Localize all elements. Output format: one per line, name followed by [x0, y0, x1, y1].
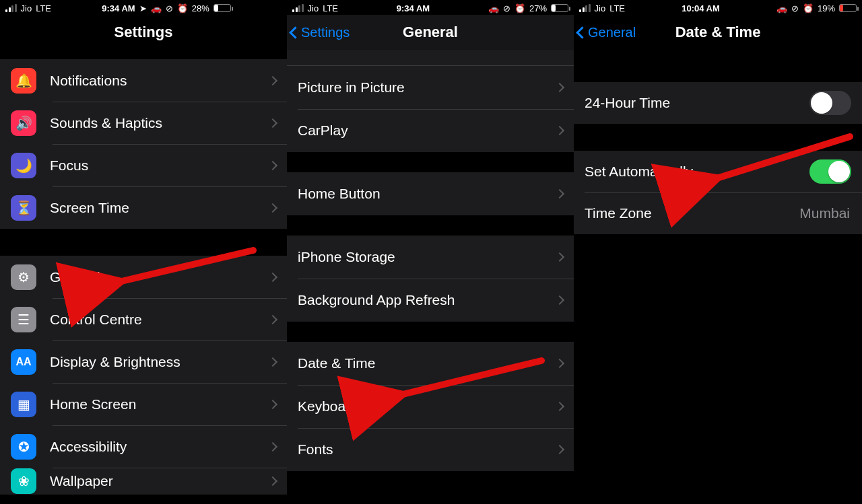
- chevron-right-icon: [555, 126, 564, 135]
- group-media: Picture in Picture CarPlay: [287, 66, 574, 152]
- row-label: Home Screen: [50, 396, 269, 412]
- panel-date-time: Jio LTE 10:04 AM 🚗 ⊘ ⏰ 19% General Date …: [574, 0, 862, 504]
- row-label: Notifications: [50, 73, 269, 89]
- cellular-bars-icon: [579, 4, 591, 12]
- chevron-right-icon: [268, 203, 277, 212]
- battery-icon: [839, 4, 857, 12]
- chevron-right-icon: [555, 295, 564, 305]
- row-control-centre[interactable]: ☰ Control Centre: [0, 298, 287, 340]
- row-wallpaper[interactable]: ❀ Wallpaper: [0, 468, 287, 495]
- chevron-right-icon: [555, 402, 564, 411]
- row-home-screen[interactable]: ▦ Home Screen: [0, 383, 287, 425]
- chevron-right-icon: [268, 272, 277, 281]
- chevron-right-icon: [268, 357, 277, 366]
- row-home-button[interactable]: Home Button: [287, 172, 574, 215]
- row-iphone-storage[interactable]: iPhone Storage: [287, 236, 574, 279]
- carrier-label: Jio: [308, 3, 319, 13]
- row-focus[interactable]: 🌙 Focus: [0, 144, 287, 186]
- orientation-lock-icon: ⊘: [791, 3, 799, 13]
- statusbar: Jio LTE 9:34 AM ➤ 🚗 ⊘ ⏰ 28%: [0, 0, 287, 15]
- text-size-icon: AA: [11, 349, 36, 375]
- row-label: Display & Brightness: [50, 354, 269, 370]
- page-title: Date & Time: [675, 24, 761, 41]
- battery-pct: 28%: [192, 3, 209, 13]
- moon-icon: 🌙: [11, 153, 36, 178]
- clock-label: 10:04 AM: [682, 3, 720, 13]
- orientation-lock-icon: ⊘: [166, 3, 173, 13]
- row-label: Home Button: [298, 186, 556, 202]
- time-zone-value: Mumbai: [799, 205, 850, 221]
- row-display[interactable]: AA Display & Brightness: [0, 340, 287, 383]
- statusbar: Jio LTE 10:04 AM 🚗 ⊘ ⏰ 19%: [574, 0, 862, 15]
- chevron-right-icon: [555, 83, 564, 92]
- chevron-right-icon: [555, 189, 564, 199]
- chevron-right-icon: [268, 399, 277, 408]
- battery-icon: [551, 4, 568, 12]
- row-fonts[interactable]: Fonts: [287, 428, 574, 471]
- panel-settings: Jio LTE 9:34 AM ➤ 🚗 ⊘ ⏰ 28% Settings 🔔 N…: [0, 0, 287, 504]
- navbar-settings: Settings: [0, 15, 287, 50]
- row-carplay[interactable]: CarPlay: [287, 109, 574, 152]
- speaker-icon: 🔊: [11, 110, 36, 136]
- group-24hour: 24-Hour Time: [574, 82, 862, 124]
- clock-label: 9:34 AM: [102, 3, 135, 13]
- chevron-right-icon: [268, 75, 277, 85]
- row-24-hour[interactable]: 24-Hour Time: [574, 82, 862, 124]
- row-label: 24-Hour Time: [585, 95, 809, 111]
- chevron-right-icon: [268, 160, 277, 170]
- row-label: Sounds & Haptics: [50, 115, 269, 131]
- statusbar: Jio LTE 9:34 AM 🚗 ⊘ ⏰ 27%: [287, 0, 574, 15]
- row-label: Accessibility: [50, 439, 269, 455]
- back-label: Settings: [301, 25, 350, 40]
- battery-pct: 19%: [818, 3, 835, 13]
- chevron-right-icon: [268, 476, 277, 486]
- row-label: Background App Refresh: [298, 292, 556, 308]
- page-title: General: [403, 24, 458, 41]
- svg-line-0: [116, 250, 253, 283]
- annotation-arrow-icon: [112, 249, 260, 296]
- battery-pct: 27%: [529, 3, 547, 13]
- network-label: LTE: [609, 3, 625, 13]
- row-notifications[interactable]: 🔔 Notifications: [0, 59, 287, 102]
- grid-icon: ▦: [11, 392, 36, 417]
- cellular-bars-icon: [5, 4, 17, 12]
- row-label: Focus: [50, 157, 269, 174]
- carrier-label: Jio: [595, 3, 606, 13]
- alarm-icon: ⏰: [515, 3, 525, 13]
- row-label: CarPlay: [298, 122, 556, 139]
- navbar-general: Settings General: [287, 15, 574, 50]
- bell-icon: 🔔: [11, 68, 36, 94]
- row-accessibility[interactable]: ✪ Accessibility: [0, 425, 287, 468]
- clock-label: 9:34 AM: [397, 3, 430, 13]
- row-label: Picture in Picture: [298, 79, 556, 96]
- network-label: LTE: [323, 3, 338, 13]
- group-storage: iPhone Storage Background App Refresh: [287, 236, 574, 322]
- row-label: Time Zone: [585, 205, 799, 221]
- group-homebutton: Home Button: [287, 172, 574, 215]
- row-time-zone[interactable]: Time Zone Mumbai: [574, 192, 862, 234]
- annotation-arrow-icon: [708, 133, 857, 186]
- chevron-left-icon: [289, 26, 301, 38]
- flower-icon: ❀: [11, 468, 36, 494]
- row-label: iPhone Storage: [298, 249, 556, 265]
- panel-general: Jio LTE 9:34 AM 🚗 ⊘ ⏰ 27% Settings Gener…: [287, 0, 574, 504]
- row-screentime[interactable]: ⏳ Screen Time: [0, 186, 287, 229]
- car-icon: 🚗: [151, 3, 162, 13]
- back-label: General: [588, 25, 636, 40]
- back-button[interactable]: General: [578, 15, 636, 50]
- chevron-right-icon: [268, 314, 277, 324]
- row-picture-in-picture[interactable]: Picture in Picture: [287, 66, 574, 109]
- back-button[interactable]: Settings: [291, 15, 350, 50]
- row-sounds[interactable]: 🔊 Sounds & Haptics: [0, 102, 287, 144]
- row-background-app-refresh[interactable]: Background App Refresh: [287, 279, 574, 322]
- hourglass-icon: ⏳: [11, 195, 36, 221]
- alarm-icon: ⏰: [803, 3, 814, 13]
- annotation-arrow-icon: [393, 357, 548, 404]
- alarm-icon: ⏰: [177, 3, 188, 13]
- toggle-24-hour[interactable]: [809, 91, 851, 115]
- row-label: Fonts: [298, 441, 556, 458]
- chevron-right-icon: [268, 118, 277, 127]
- carrier-label: Jio: [21, 3, 32, 13]
- row-label: Screen Time: [50, 200, 269, 216]
- svg-line-1: [397, 361, 541, 396]
